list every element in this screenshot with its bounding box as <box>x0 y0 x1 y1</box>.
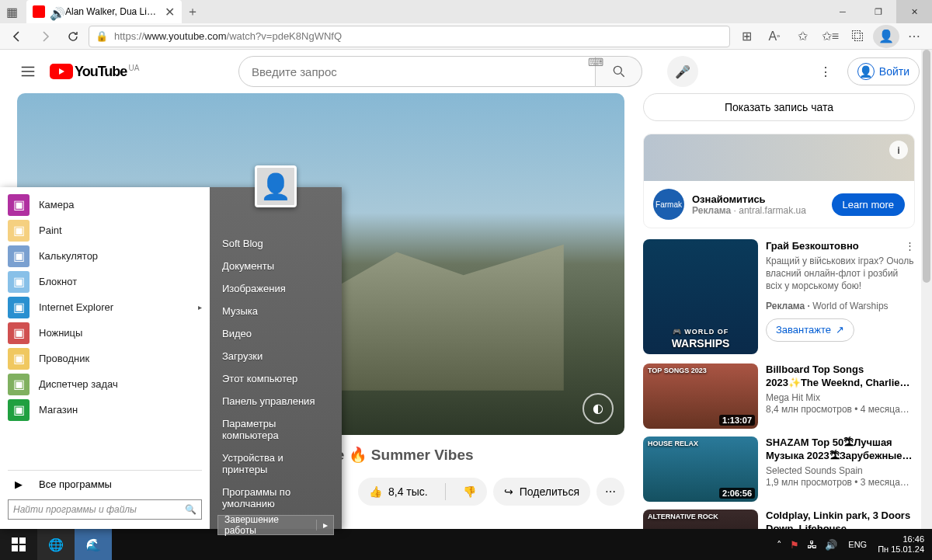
sponsored-ad-label: Реклама · World of Warships <box>766 300 915 312</box>
ad-cta-button[interactable]: Learn more <box>832 193 905 216</box>
start-link-видео[interactable]: Видео <box>210 322 342 345</box>
start-menu: ▣Камера▣Paint▣Калькулятор▣Блокнот▣Intern… <box>0 187 342 529</box>
tray-security-icon[interactable]: ⚑ <box>790 539 799 551</box>
refresh-button[interactable] <box>61 25 85 48</box>
recommendation-item[interactable]: TOP SONGS 20231:13:07Billboard Top Songs… <box>643 363 915 429</box>
start-link-музыка[interactable]: Музыка <box>210 300 342 322</box>
app-label: Ножницы <box>39 327 82 339</box>
share-label: Поделиться <box>520 485 579 498</box>
start-link-загрузки[interactable]: Загрузки <box>210 345 342 367</box>
start-link-устройства-и-принтеры[interactable]: Устройства и принтеры <box>210 447 342 481</box>
taskbar-ie-button[interactable]: 🌐 <box>37 529 75 560</box>
signin-button[interactable]: 👤 Войти <box>847 57 920 85</box>
sponsored-thumbnail: 🎮 WORLD OF WARSHIPS <box>643 239 758 354</box>
collections-button[interactable]: ⿻ <box>845 25 871 48</box>
start-app-диспетчер-задач[interactable]: ▣Диспетчер задач <box>0 371 210 397</box>
app-icon: ▣ <box>8 348 30 370</box>
sponsored-download-button[interactable]: Завантажте↗ <box>766 318 854 342</box>
start-link-панель-управления[interactable]: Панель управления <box>210 390 342 412</box>
app-icon: ▣ <box>8 220 30 242</box>
show-chat-replay-button[interactable]: Показать запись чата <box>643 93 915 121</box>
ad-info-icon[interactable]: i <box>889 141 908 159</box>
settings-menu-button[interactable]: ⋮ <box>810 56 841 87</box>
user-avatar[interactable]: 👤 <box>255 165 297 207</box>
rec-title: SHAZAM Top 50🏝Лучшая Музыка 2023🏝Зарубеж… <box>766 437 915 463</box>
youtube-logo[interactable]: YouTube UA <box>50 64 127 80</box>
all-programs-button[interactable]: ▶ Все программы <box>0 474 210 495</box>
favorites-star-button[interactable]: ✩ <box>789 25 816 48</box>
page-scrollbar[interactable] <box>921 50 932 529</box>
start-link-документы[interactable]: Документы <box>210 255 342 277</box>
browser-tab[interactable]: 🔊 Alan Walker, Dua Lipa, Cold… ✕ <box>26 0 182 23</box>
back-button[interactable] <box>5 25 30 48</box>
audio-icon[interactable]: 🔊 <box>50 6 61 17</box>
window-minimize-button[interactable]: ─ <box>825 0 861 23</box>
shutdown-button[interactable]: Завершение работы ▸ <box>217 515 334 535</box>
start-app-калькулятор[interactable]: ▣Калькулятор <box>0 243 210 269</box>
start-search-input[interactable]: Найти программы и файлы 🔍 <box>8 499 202 520</box>
hamburger-menu-button[interactable] <box>12 56 43 87</box>
app-icon: ▣ <box>8 245 30 267</box>
search-input[interactable] <box>238 56 596 87</box>
browser-toolbar: 🔒 https://www.youtube.com/watch?v=pdeK8N… <box>0 23 932 50</box>
favorites-button[interactable]: ✩≡ <box>817 25 843 48</box>
recommendation-item[interactable]: HOUSE RELAX2:06:56SHAZAM Top 50🏝Лучшая М… <box>643 437 915 502</box>
sponsored-desc: Кращий у військових іграх? Очоль власний… <box>766 255 915 293</box>
tray-clock[interactable]: 16:46 Пн 15.01.24 <box>878 534 927 554</box>
profile-button[interactable]: 👤 <box>873 25 899 48</box>
sponsored-more-button[interactable]: ⋮ <box>905 239 915 253</box>
start-link-soft-blog[interactable]: Soft Blog <box>210 232 342 255</box>
ad-headline: Ознайомитись <box>692 193 824 205</box>
read-aloud-button[interactable]: A» <box>761 25 788 48</box>
tray-language[interactable]: ENG <box>845 540 870 549</box>
tray-network-icon[interactable]: 🖧 <box>807 539 817 551</box>
app-icon: ▣ <box>8 297 30 318</box>
youtube-header: YouTube UA ⌨ 🎤 ⋮ 👤 Войти <box>0 50 932 93</box>
svg-rect-1 <box>12 537 18 544</box>
share-icon: ↪ <box>504 485 513 498</box>
display-ad[interactable]: i Farmak Ознайомитись Реклама · antral.f… <box>643 134 915 228</box>
url-path: /watch?v=pdeK8NgWNfQ <box>227 30 342 42</box>
rec-stats: 8,4 млн просмотров • 4 месяца… <box>766 404 915 416</box>
start-app-блокнот[interactable]: ▣Блокнот <box>0 269 210 294</box>
tray-time: 16:46 <box>878 534 924 544</box>
window-restore-button[interactable]: ❐ <box>861 0 896 23</box>
extensions-button[interactable]: ⊞ <box>733 25 760 48</box>
more-actions-button[interactable]: ⋯ <box>596 478 624 506</box>
arrow-right-icon: ▶ <box>8 478 30 490</box>
start-app-internet-explorer[interactable]: ▣Internet Explorer <box>0 294 210 320</box>
start-link-этот-компьютер[interactable]: Этот компьютер <box>210 367 342 390</box>
user-icon: 👤 <box>857 63 875 80</box>
app-icon: ▣ <box>8 374 30 395</box>
browser-menu-button[interactable]: ⋯ <box>901 25 927 48</box>
tray-chevron-icon[interactable]: ˄ <box>777 539 782 551</box>
start-app-камера[interactable]: ▣Камера <box>0 192 210 217</box>
start-link-параметры-компьютера[interactable]: Параметры компьютера <box>210 412 342 447</box>
ambient-mode-button[interactable]: ◐ <box>582 393 614 424</box>
start-app-paint[interactable]: ▣Paint <box>0 217 210 243</box>
taskbar-edge-button[interactable]: 🌊 <box>75 529 112 560</box>
window-close-button[interactable]: ✕ <box>896 0 932 23</box>
start-link-программы-по-умолчанию[interactable]: Программы по умолчанию <box>210 481 342 515</box>
start-link-изображения[interactable]: Изображения <box>210 277 342 300</box>
start-app-ножницы[interactable]: ▣Ножницы <box>0 320 210 346</box>
like-button[interactable]: 👍8,4 тыс. <box>358 478 439 506</box>
scrollbar-thumb[interactable] <box>923 50 930 283</box>
tray-volume-icon[interactable]: 🔊 <box>825 539 837 551</box>
start-app-проводник[interactable]: ▣Проводник <box>0 346 210 371</box>
voice-search-button[interactable]: 🎤 <box>667 56 698 87</box>
app-icon: ▣ <box>8 194 30 216</box>
sponsored-video[interactable]: 🎮 WORLD OF WARSHIPS ⋮ Грай Безкоштовно К… <box>643 239 915 354</box>
start-app-магазин[interactable]: ▣Магазин <box>0 397 210 423</box>
keyboard-icon[interactable]: ⌨ <box>588 56 603 87</box>
share-button[interactable]: ↪Поделиться <box>493 478 590 506</box>
dislike-button[interactable]: 👎 <box>452 478 487 506</box>
tab-close-button[interactable]: ✕ <box>163 5 176 19</box>
new-tab-button[interactable]: ＋ <box>182 4 203 20</box>
tab-actions-button[interactable]: ▦ <box>0 0 23 23</box>
lock-icon: 🔒 <box>96 30 108 42</box>
shutdown-options-arrow[interactable]: ▸ <box>316 520 333 530</box>
start-button[interactable] <box>0 529 37 560</box>
svg-rect-2 <box>19 537 26 544</box>
address-bar[interactable]: 🔒 https://www.youtube.com/watch?v=pdeK8N… <box>89 26 730 47</box>
